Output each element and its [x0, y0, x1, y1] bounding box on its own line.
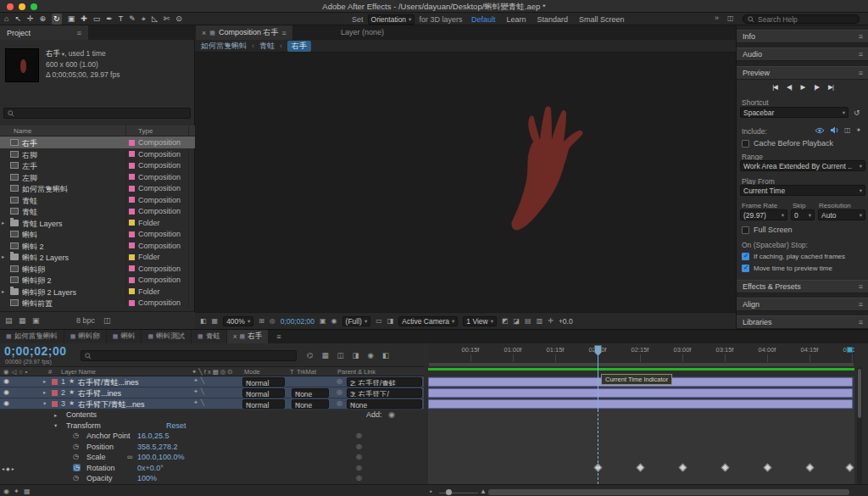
- project-item-row[interactable]: 右脚 Composition: [0, 148, 195, 160]
- keyframe-icon[interactable]: [805, 464, 814, 472]
- stopwatch-icon[interactable]: ◷: [73, 474, 79, 482]
- project-item-row[interactable]: 青蛙 Composition: [0, 205, 195, 217]
- new-composition-icon[interactable]: ▣: [32, 316, 40, 325]
- property-pickwhip-icon[interactable]: ◎: [356, 474, 362, 482]
- play-from-dropdown[interactable]: Current Time▾: [740, 185, 865, 196]
- label-color-chip[interactable]: [129, 151, 135, 157]
- snapshot-icon[interactable]: ▣: [320, 317, 326, 325]
- zoom-tool-icon[interactable]: ⊕: [40, 14, 47, 25]
- close-tab-icon[interactable]: ×: [233, 332, 237, 341]
- folder-expand-icon[interactable]: ▸: [2, 220, 4, 226]
- view-layout-dropdown[interactable]: 1 View▾: [463, 316, 497, 326]
- include-overlays-icon[interactable]: ◫: [844, 126, 851, 134]
- column-parent-link[interactable]: Parent & Link: [337, 368, 376, 376]
- composition-flowchart-icon[interactable]: ⌬: [307, 351, 313, 359]
- comp-marker-bin[interactable]: [847, 347, 853, 353]
- cache-before-playback-checkbox[interactable]: Cache Before Playback: [742, 139, 833, 148]
- timeline-layer-row[interactable]: ◉ ▸ 2 ★ 右手臂...ines ✦╲ Normal▾ None▾ ◎ 3.…: [0, 387, 424, 398]
- toggle-switches-icon[interactable]: ✦: [14, 488, 19, 495]
- property-value[interactable]: 0x+0.0°: [137, 464, 164, 472]
- keyframe-icon[interactable]: [845, 464, 854, 472]
- stopwatch-icon[interactable]: ◷: [73, 464, 81, 471]
- preview-panel-header[interactable]: Preview≡: [737, 66, 868, 80]
- composition-viewport[interactable]: [195, 53, 736, 312]
- column-name[interactable]: Name: [14, 127, 31, 135]
- align-panel-header[interactable]: Align≡: [737, 298, 868, 311]
- grid-guides-icon[interactable]: ⊞: [259, 317, 264, 325]
- zoom-out-mountain-icon[interactable]: ▪: [430, 488, 432, 495]
- libraries-panel-header[interactable]: Libraries≡: [737, 315, 868, 329]
- link-dimensions-icon[interactable]: ∞: [127, 453, 132, 461]
- resolution-preview-dropdown[interactable]: Auto▾: [818, 209, 865, 220]
- label-color-chip[interactable]: [129, 209, 135, 215]
- timeline-zoom-slider[interactable]: [439, 493, 478, 493]
- play-button[interactable]: ▶: [801, 83, 805, 91]
- include-video-eye-icon[interactable]: [815, 127, 825, 134]
- previous-keyframe-icon[interactable]: ◂: [2, 465, 4, 471]
- graph-editor-icon[interactable]: ◧: [382, 351, 389, 359]
- keyframe-icon[interactable]: [721, 464, 729, 472]
- range-dropdown[interactable]: Work Area Extended By Current ..▾: [740, 160, 865, 171]
- brush-tool-icon[interactable]: ✎: [129, 14, 136, 25]
- timeline-button-icon[interactable]: ▤: [525, 317, 531, 325]
- parent-pickwhip-icon[interactable]: ◎: [337, 388, 342, 396]
- timeline-zoom-handle[interactable]: [446, 489, 452, 495]
- folder-expand-icon[interactable]: ▸: [2, 288, 4, 295]
- label-color-chip[interactable]: [129, 231, 135, 237]
- breadcrumb-item[interactable]: 右手: [287, 41, 311, 52]
- panel-menu-icon[interactable]: ≡: [859, 32, 863, 41]
- label-color-chip[interactable]: [129, 254, 135, 260]
- layer-switches[interactable]: ✦╲: [193, 388, 207, 395]
- layer-label-chip[interactable]: [52, 390, 58, 396]
- pan-behind-tool-icon[interactable]: ✚: [81, 14, 87, 25]
- orientation-dropdown[interactable]: Orientation▾: [368, 14, 415, 25]
- project-item-row[interactable]: 蝌蚪 2 Composition: [0, 240, 195, 252]
- label-color-chip[interactable]: [129, 186, 135, 192]
- last-frame-button[interactable]: ▶|: [828, 83, 833, 91]
- folder-expand-icon[interactable]: ▸: [2, 254, 4, 260]
- stopwatch-icon[interactable]: ◷: [73, 432, 79, 439]
- interpret-footage-icon[interactable]: ▤: [5, 316, 13, 325]
- effects-presets-panel-header[interactable]: Effects & Presets≡: [737, 280, 868, 293]
- trkmat-dropdown[interactable]: None▾: [292, 388, 329, 398]
- label-color-chip[interactable]: [129, 174, 135, 180]
- workspace-default[interactable]: Default: [471, 15, 496, 24]
- magnification-dropdown[interactable]: 400%▾: [223, 316, 253, 326]
- layer-visibility-eye-icon[interactable]: ◉: [3, 388, 9, 396]
- column-number[interactable]: #: [48, 368, 52, 376]
- stopwatch-icon[interactable]: ◷: [73, 453, 79, 460]
- toggle-transfer-controls-icon[interactable]: ▦: [24, 488, 31, 495]
- expand-arrow-icon[interactable]: ▸: [54, 412, 57, 419]
- timeline-tab-蝌蚪[interactable]: ▦蝌蚪: [107, 330, 142, 343]
- selection-tool-icon[interactable]: ↖: [14, 14, 21, 25]
- hand-tool-icon[interactable]: ✛: [27, 14, 34, 25]
- region-of-interest-icon[interactable]: ▭: [376, 317, 382, 325]
- include-audio-speaker-icon[interactable]: [830, 126, 839, 134]
- project-item-row[interactable]: 蝌蚪 Composition: [0, 228, 195, 240]
- project-tab[interactable]: Project ≡: [0, 25, 88, 40]
- parent-pickwhip-icon[interactable]: ◎: [337, 377, 342, 385]
- timeline-tab-如何當隻蝌蚪[interactable]: ▦如何當隻蝌蚪: [0, 330, 64, 343]
- panel-menu-icon[interactable]: ≡: [269, 330, 288, 343]
- mask-shape-tool-icon[interactable]: ▭: [93, 14, 101, 25]
- skip-dropdown[interactable]: 0▾: [791, 209, 815, 220]
- info-panel-header[interactable]: Info≡: [737, 30, 868, 43]
- column-layer-name[interactable]: Layer Name: [61, 368, 96, 376]
- column-trkmat[interactable]: TrkMat: [297, 368, 316, 376]
- project-item-row[interactable]: 左脚 Composition: [0, 171, 195, 183]
- if-caching-checkbox[interactable]: If caching, play cached frames: [742, 253, 845, 260]
- frame-rate-dropdown[interactable]: (29.97)▾: [740, 209, 787, 220]
- collapse-arrow-icon[interactable]: ▾: [54, 422, 57, 429]
- trash-icon[interactable]: ◫: [103, 316, 111, 325]
- roto-brush-tool-icon[interactable]: ✄: [164, 14, 170, 25]
- fast-previews-icon[interactable]: ◪: [514, 317, 520, 325]
- breadcrumb-item[interactable]: 青蛙: [259, 41, 275, 52]
- project-item-row[interactable]: 蝌蚪前置 Composition: [0, 297, 195, 309]
- column-mode[interactable]: Mode: [244, 368, 260, 376]
- panel-menu-icon[interactable]: ≡: [859, 282, 863, 291]
- layer-duration-bar[interactable]: [428, 388, 853, 398]
- property-value[interactable]: 100%: [137, 474, 157, 482]
- time-ruler[interactable]: 00:15f01:00f01:15f02:00f02:15f03:00f03:1…: [428, 343, 854, 362]
- layer-visibility-eye-icon[interactable]: ◉: [3, 399, 9, 407]
- trkmat-dropdown[interactable]: None▾: [292, 399, 329, 409]
